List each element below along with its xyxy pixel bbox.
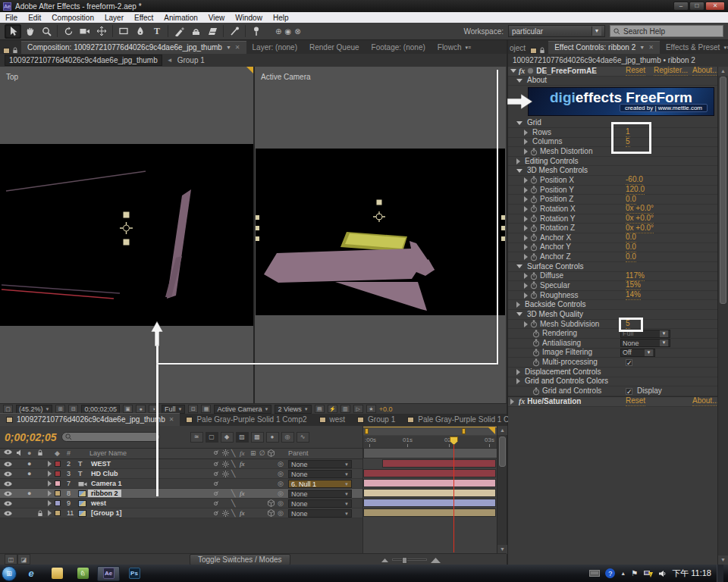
taskbar-internet-explorer[interactable]: e: [20, 566, 42, 581]
language-bar-icon[interactable]: [589, 570, 600, 577]
quality-switch[interactable]: ╲: [231, 508, 235, 518]
menu-item-effect[interactable]: Effect: [129, 14, 158, 22]
expand-transfer-controls-icon[interactable]: ◪: [17, 554, 30, 565]
twirl-icon[interactable]: [524, 321, 528, 327]
layer-twirl[interactable]: [46, 459, 54, 468]
fx-switch[interactable]: fx: [240, 489, 245, 498]
label-color-chip[interactable]: [55, 508, 61, 518]
solo-toggle[interactable]: ●: [27, 469, 31, 478]
breadcrumb-group[interactable]: Group 1: [177, 56, 205, 64]
fx-switch[interactable]: fx: [240, 459, 245, 468]
layer-twirl[interactable]: [46, 508, 54, 518]
layer-bar-2[interactable]: [382, 459, 496, 468]
effect-header-hue-saturation[interactable]: fxHue/SaturationResetAbout...: [508, 396, 717, 407]
auto-keyframe-icon[interactable]: ◎: [281, 432, 294, 443]
label-color-chip[interactable]: [55, 469, 61, 478]
tab-flowchart[interactable]: Flowch▾≡: [431, 42, 477, 54]
lock-toggle[interactable]: [37, 508, 43, 518]
column-fx-icon[interactable]: fx: [240, 449, 245, 457]
parent-pickwhip[interactable]: ◎: [278, 459, 284, 468]
menu-item-animation[interactable]: Animation: [158, 14, 202, 22]
layer-bar-8[interactable]: [363, 489, 496, 497]
close-button[interactable]: ✕: [705, 2, 725, 11]
time-ruler[interactable]: :00s01s02s03s: [363, 436, 497, 448]
effect-enable-icon[interactable]: [527, 67, 534, 74]
chevron-down-icon[interactable]: ▼: [344, 512, 349, 516]
parent-pickwhip[interactable]: ◎: [278, 508, 284, 518]
twirl-icon[interactable]: [524, 283, 528, 289]
twirl-icon[interactable]: [524, 196, 528, 202]
chevron-down-icon[interactable]: ▼: [344, 482, 349, 487]
timeline-zoom-control[interactable]: [381, 556, 441, 563]
brainstorm-icon[interactable]: ●: [266, 432, 279, 443]
selection-tool[interactable]: [5, 24, 21, 39]
property-value[interactable]: -60.0: [626, 175, 643, 185]
motion-switch[interactable]: [212, 489, 219, 498]
property-value[interactable]: 0x +0.0°: [626, 204, 654, 214]
work-area-bar[interactable]: [363, 448, 497, 458]
taskbar-clock[interactable]: 下午 11:18: [672, 568, 711, 579]
help-tray-icon[interactable]: ?: [605, 568, 615, 578]
property-checkbox[interactable]: ✓: [626, 359, 632, 366]
scroll-up-icon[interactable]: ▲: [718, 67, 728, 76]
video-toggle[interactable]: [4, 469, 12, 478]
twirl-icon[interactable]: [510, 399, 514, 405]
parent-pickwhip[interactable]: ◎: [278, 469, 284, 478]
twirl-icon[interactable]: [524, 273, 528, 279]
rect-tool[interactable]: [115, 24, 132, 39]
zoom-tool[interactable]: [38, 24, 55, 39]
help-search-input[interactable]: Search Help: [610, 25, 723, 37]
stopwatch-icon[interactable]: [530, 281, 538, 289]
stopwatch-icon[interactable]: [530, 148, 538, 156]
clone-stamp-tool[interactable]: [187, 24, 204, 39]
local-axis-icon[interactable]: ⊕: [275, 27, 281, 36]
stopwatch-icon[interactable]: [532, 349, 540, 357]
timeline-tab-1[interactable]: Pale Gray-Purple Solid 1 Comp2: [180, 414, 312, 426]
resolution-dropdown[interactable]: Full▼: [162, 405, 185, 414]
video-toggle[interactable]: [4, 479, 12, 488]
stopwatch-icon[interactable]: [530, 224, 538, 233]
eraser-tool[interactable]: [204, 24, 221, 39]
type-tool[interactable]: T: [149, 24, 165, 39]
zoom-out-mountain-icon[interactable]: [381, 557, 388, 562]
scrollbar-thumb[interactable]: [720, 77, 726, 304]
stopwatch-icon[interactable]: [530, 243, 538, 252]
pin-tool[interactable]: [248, 24, 265, 39]
column-3d-icon[interactable]: [268, 449, 275, 457]
motion-switch[interactable]: [212, 469, 219, 478]
twirl-icon[interactable]: [516, 79, 522, 83]
scrollbar-thumb[interactable]: [499, 436, 506, 467]
breadcrumb-comp[interactable]: 100927210776d4026c9c4dae6e_jpg_thumb: [5, 55, 162, 66]
pan-behind-tool[interactable]: [93, 24, 110, 39]
comp-mini-flowchart-icon[interactable]: ≊: [190, 432, 203, 443]
layer-row-ribbon-2[interactable]: ●8ribbon 2╲fx◎None▼: [0, 489, 362, 499]
taskbar-after-effects[interactable]: Ae: [97, 566, 120, 581]
timeline-current-time[interactable]: 0;00;02;05: [5, 431, 57, 443]
chevron-down-icon[interactable]: ▼: [344, 492, 349, 496]
hand-tool[interactable]: [21, 24, 38, 39]
panel-menu-icon[interactable]: ▾≡: [723, 45, 728, 51]
current-time-display[interactable]: 0;00;02;05: [81, 405, 120, 414]
brush-tool[interactable]: [171, 24, 187, 39]
rotate-tool[interactable]: [60, 24, 77, 39]
twirl-icon[interactable]: [516, 378, 520, 384]
label-color-chip[interactable]: [55, 489, 61, 498]
effect-reset-link[interactable]: Reset: [626, 396, 645, 406]
taskbar-green-app[interactable]: ♘: [71, 566, 94, 581]
twirl-icon[interactable]: [524, 187, 528, 193]
parent-pickwhip[interactable]: ◎: [278, 499, 284, 508]
timeline-navigator[interactable]: [363, 427, 497, 435]
3d-switch[interactable]: [268, 508, 275, 518]
layer-bar-9[interactable]: [363, 499, 496, 507]
menu-item-composition[interactable]: Composition: [46, 14, 99, 22]
pixel-aspect-icon[interactable]: ▤: [315, 405, 325, 413]
layer-name[interactable]: ribbon 2: [88, 489, 121, 498]
property-value[interactable]: 117%: [626, 271, 645, 281]
motion-switch[interactable]: [212, 479, 219, 488]
twirl-icon[interactable]: [524, 149, 528, 155]
layer-name[interactable]: [Group 1]: [88, 508, 125, 518]
timeline-tab-3[interactable]: Group 1: [351, 414, 401, 426]
layer-row-camera-1[interactable]: 7Camera 1◎6. Null 1▼: [0, 479, 362, 489]
sun-switch[interactable]: [222, 459, 229, 468]
tab-footage[interactable]: Footage: (none): [366, 42, 431, 54]
